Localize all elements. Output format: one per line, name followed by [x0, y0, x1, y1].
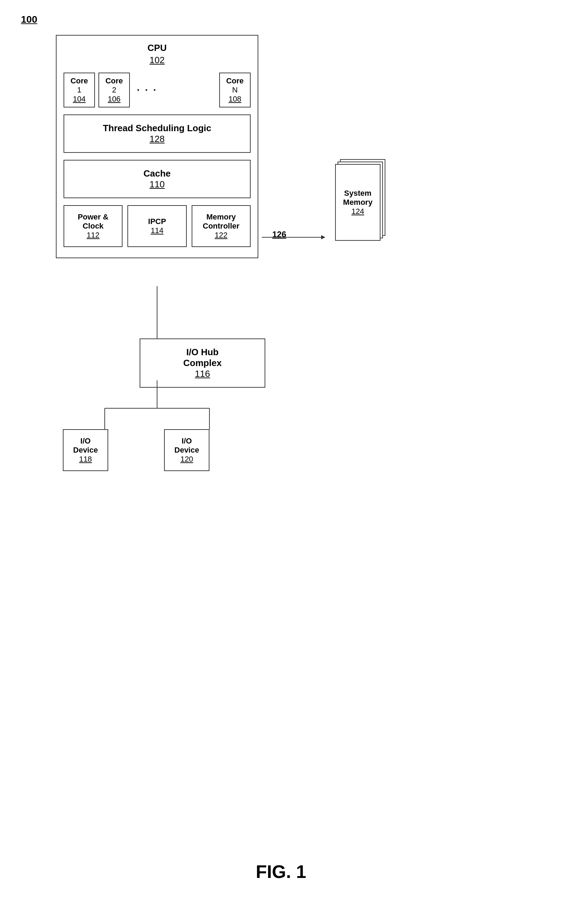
cpu-number: 102 — [63, 55, 251, 66]
sys-mem-front: SystemMemory 124 — [335, 164, 380, 241]
io-device-120-box: I/ODevice 120 — [164, 429, 209, 471]
io-device-118-label: I/ODevice — [73, 436, 98, 454]
tsl-box: Thread Scheduling Logic 128 — [63, 114, 251, 153]
page-ref: 100 — [21, 14, 38, 25]
power-number: 112 — [87, 231, 99, 240]
core-n-id: 108 — [228, 94, 242, 104]
core-1-box: Core 1 104 — [63, 73, 95, 108]
ipcp-label: IPCP — [148, 217, 166, 226]
mem-ctrl-label: MemoryController — [203, 213, 239, 231]
fig-label: FIG. 1 — [256, 861, 306, 882]
iohub-number: 116 — [148, 369, 257, 379]
core-n-label: Core — [226, 76, 243, 86]
core-n-num: N — [232, 86, 238, 94]
core-2-id: 106 — [108, 94, 121, 104]
core-1-label: Core — [71, 76, 88, 86]
core-1-id: 104 — [73, 94, 86, 104]
system-memory-group: SystemMemory 124 — [335, 164, 380, 241]
io-device-118-number: 118 — [79, 454, 92, 464]
cores-row: Core 1 104 Core 2 106 · · · Core N 108 — [63, 73, 251, 108]
svg-marker-1 — [321, 235, 325, 239]
io-device-120-number: 120 — [180, 454, 193, 464]
cache-label: Cache — [72, 168, 242, 179]
diagram: CPU 102 Core 1 104 Core 2 106 · · · Core… — [35, 35, 524, 258]
arrow-126-label: 126 — [272, 230, 286, 239]
iohub-label: I/O HubComplex — [148, 347, 257, 369]
cpu-label: CPU — [63, 43, 251, 53]
core-1-num: 1 — [77, 86, 81, 94]
mem-ctrl-box: MemoryController 122 — [192, 205, 251, 247]
dots-ellipsis: · · · — [137, 84, 158, 96]
ipcp-box: IPCP 114 — [128, 205, 186, 247]
tsl-number: 128 — [72, 134, 242, 144]
io-device-120-label: I/ODevice — [174, 436, 199, 454]
sys-mem-number: 124 — [352, 207, 364, 216]
cpu-box: CPU 102 Core 1 104 Core 2 106 · · · Core… — [56, 35, 258, 258]
core-2-box: Core 2 106 — [98, 73, 130, 108]
io-device-118-box: I/ODevice 118 — [63, 429, 108, 471]
cache-box: Cache 110 — [63, 160, 251, 198]
cache-number: 110 — [72, 179, 242, 190]
mem-ctrl-number: 122 — [215, 231, 228, 240]
bottom-row: Power &Clock 112 IPCP 114 MemoryControll… — [63, 205, 251, 247]
core-2-label: Core — [105, 76, 123, 86]
iohub-inner: I/O HubComplex 116 — [140, 339, 265, 388]
sys-mem-label: SystemMemory — [343, 189, 373, 207]
ipcp-number: 114 — [151, 226, 164, 235]
core-n-box: Core N 108 — [219, 73, 251, 108]
power-box: Power &Clock 112 — [63, 205, 123, 247]
core-2-num: 2 — [112, 86, 116, 94]
tsl-label: Thread Scheduling Logic — [72, 123, 242, 134]
power-label: Power &Clock — [78, 213, 108, 231]
iohub-box: I/O HubComplex 116 — [87, 339, 265, 388]
